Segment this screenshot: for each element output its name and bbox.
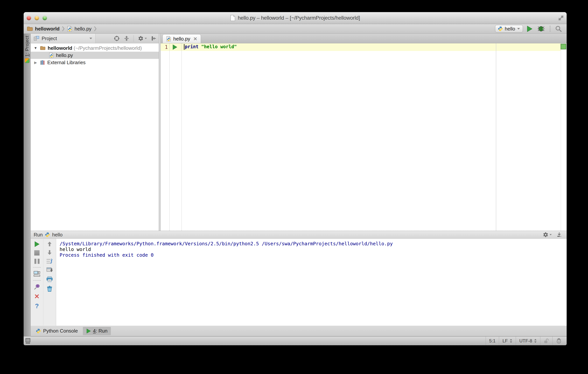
editor-area: hello.py ✕ 1 print "hello world" — [161, 34, 567, 231]
run-button[interactable] — [525, 26, 534, 32]
zoom-window-button[interactable] — [42, 16, 47, 20]
print-icon[interactable] — [46, 276, 53, 282]
tab-hello-py[interactable]: hello.py ✕ — [163, 34, 201, 43]
up-stacktrace-icon[interactable] — [47, 241, 52, 247]
python-console-icon — [36, 329, 41, 333]
scroll-from-source-icon[interactable] — [114, 36, 120, 41]
code-editor[interactable]: 1 print "hello world" — [161, 43, 567, 231]
tree-row-project-root[interactable]: ▼ helloworld (~/PycharmProjects/hellowor… — [31, 44, 159, 52]
gutter-run-icon[interactable] — [172, 44, 177, 50]
close-window-button[interactable] — [27, 16, 31, 20]
soft-wrap-icon[interactable] — [46, 258, 53, 264]
search-everywhere-button[interactable] — [554, 26, 563, 32]
hide-panel-icon[interactable] — [151, 36, 156, 41]
updown-arrows-icon — [534, 339, 537, 343]
chevron-right-icon — [94, 26, 97, 32]
run-panel-header: Run hello — [31, 231, 567, 239]
tree-file-name: hello.py — [56, 53, 73, 58]
help-icon[interactable]: ? — [35, 303, 39, 309]
tree-row-hello-py[interactable]: hello.py — [31, 52, 159, 59]
project-root-name: helloworld — [48, 45, 72, 51]
run-control-toolbar: ✕ ? — [31, 239, 43, 326]
breadcrumb-project[interactable]: helloworld — [35, 26, 60, 32]
toolbar-separator — [33, 280, 41, 281]
unlock-icon — [544, 338, 549, 344]
python-console-button[interactable]: Python Console — [32, 327, 81, 335]
hector-inspector-icon — [556, 338, 562, 344]
libraries-icon — [40, 60, 45, 65]
run-configuration-select[interactable]: hello — [495, 25, 523, 32]
collapse-all-icon[interactable] — [124, 36, 129, 41]
run-panel-title: Run — [34, 232, 43, 238]
code-keyword: print — [185, 44, 199, 49]
breadcrumb-file[interactable]: hello.py — [74, 26, 92, 32]
close-panel-icon[interactable]: ✕ — [34, 293, 40, 300]
run-marker-gutter — [170, 43, 182, 231]
tool-window-bar: Python Console 4: Run — [31, 326, 567, 336]
restore-layout-icon[interactable] — [33, 271, 40, 277]
python-file-icon — [166, 36, 171, 42]
run-icon — [86, 329, 91, 333]
caret-position: 5:1 — [489, 338, 495, 343]
minimize-window-button[interactable] — [35, 16, 39, 20]
caret-expanded-icon[interactable]: ▼ — [33, 46, 38, 50]
console-output[interactable]: /System/Library/Frameworks/Python.framew… — [56, 239, 567, 326]
project-toolwindow-label: 1: Project — [24, 36, 30, 57]
stop-icon[interactable] — [34, 250, 40, 256]
fullscreen-arrows-icon[interactable] — [557, 15, 564, 21]
panel-settings-button[interactable] — [138, 36, 147, 41]
debug-button[interactable] — [536, 26, 546, 32]
toolbar-separator — [134, 35, 134, 42]
run-toolwindow-button[interactable]: 4: Run — [83, 327, 111, 335]
project-panel-header: Project — [31, 34, 159, 43]
scroll-to-end-icon[interactable] — [46, 267, 53, 273]
updown-arrows-icon — [510, 339, 512, 343]
toolbar-separator — [33, 267, 41, 268]
traffic-lights — [27, 16, 47, 20]
toolwindow-toggle-icon[interactable] — [25, 338, 31, 344]
readonly-toggle[interactable] — [540, 337, 552, 345]
run-config-label: hello — [52, 232, 63, 238]
gear-icon — [138, 36, 144, 41]
console-line: hello world — [60, 247, 567, 252]
run-tool-window: Run hello — [31, 231, 567, 326]
folder-icon — [40, 46, 45, 50]
close-tab-icon[interactable]: ✕ — [193, 36, 197, 42]
caret-position-widget[interactable]: 5:1 — [486, 337, 499, 345]
run-configuration-name: hello — [505, 26, 515, 32]
encoding: UTF-8 — [519, 338, 532, 343]
chevron-right-icon — [62, 26, 65, 32]
console-toolbar — [43, 239, 56, 326]
python-file-icon — [49, 53, 54, 58]
line-number: 1 — [161, 44, 168, 50]
rerun-icon[interactable] — [34, 241, 40, 247]
line-separator-widget[interactable]: LF — [499, 337, 516, 345]
pause-output-icon[interactable] — [34, 259, 40, 264]
encoding-widget[interactable]: UTF-8 — [516, 337, 540, 345]
window-title-group: hello.py – helloworld – [~/PycharmProjec… — [230, 15, 360, 21]
panel-splitter[interactable] — [159, 34, 161, 231]
line-separator: LF — [503, 338, 508, 343]
project-view-label: Project — [42, 36, 57, 42]
toolbar-separator — [550, 26, 550, 32]
tree-row-external-libraries[interactable]: ▶ External Libraries — [31, 59, 159, 66]
pin-tab-icon[interactable] — [34, 284, 40, 290]
inspection-status-indicator[interactable] — [561, 44, 566, 49]
project-toolwindow-button[interactable]: 1: Project — [24, 36, 31, 63]
search-icon — [555, 26, 562, 32]
tab-label: hello.py — [173, 36, 190, 42]
title-bar[interactable]: hello.py – helloworld – [~/PycharmProjec… — [24, 12, 567, 24]
console-line: Process finished with exit code 0 — [60, 252, 567, 258]
caret-collapsed-icon[interactable]: ▶ — [33, 60, 38, 65]
code-line-1[interactable]: print "hello world" — [185, 44, 237, 50]
project-root-path: (~/PycharmProjects/helloworld) — [74, 45, 142, 51]
python-icon — [45, 232, 50, 237]
clear-console-icon[interactable] — [47, 285, 52, 292]
down-stacktrace-icon[interactable] — [47, 250, 52, 255]
dock-panel-icon[interactable] — [557, 232, 562, 237]
error-stripe[interactable] — [561, 43, 567, 231]
inspection-profile-widget[interactable] — [552, 337, 565, 345]
run-panel-settings-button[interactable] — [543, 232, 552, 237]
project-view-selector[interactable]: Project — [31, 34, 95, 43]
project-tool-window: Project — [31, 34, 159, 231]
